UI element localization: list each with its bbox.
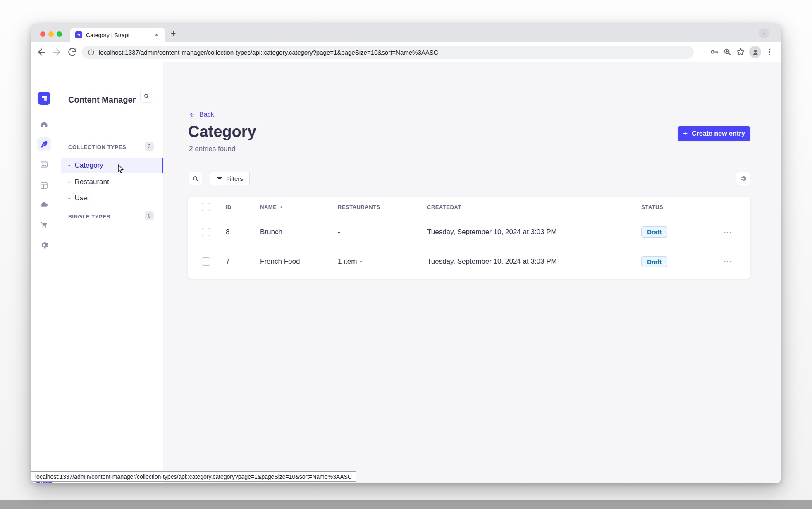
sidebar-title: Content Manager: [68, 95, 136, 105]
column-header-name[interactable]: NAME ▲: [260, 204, 338, 210]
strapi-favicon-icon: [75, 31, 82, 38]
bookmark-star-icon[interactable]: [736, 47, 745, 57]
url-bar[interactable]: localhost:1337/admin/content-manager/col…: [82, 46, 694, 59]
shopping-cart-icon: [40, 221, 48, 229]
cell-name: Brunch: [260, 228, 338, 236]
cell-restaurants-dropdown[interactable]: 1 item ▾: [338, 257, 427, 266]
cell-createdat: Tuesday, September 10, 2024 at 3:03 PM: [427, 257, 641, 266]
column-header-name-label: NAME: [260, 204, 277, 210]
back-icon[interactable]: [36, 47, 47, 58]
select-all-checkbox[interactable]: [202, 203, 210, 211]
entries-count: 2 entries found: [189, 145, 235, 153]
zoom-icon[interactable]: [723, 47, 732, 57]
collection-types-heading: COLLECTION TYPES: [68, 144, 126, 150]
table-search-button[interactable]: [189, 172, 202, 185]
back-arrow-icon: [189, 111, 196, 118]
browser-tab[interactable]: Category | Strapi ✕: [70, 28, 165, 42]
column-header-restaurants[interactable]: RESTAURANTS: [338, 204, 427, 210]
rail-divider: [31, 110, 57, 110]
table-header-row: ID NAME ▲ RESTAURANTS CREATEDAT STATUS: [188, 197, 750, 217]
main-nav-rail: KD: [31, 62, 57, 483]
row-actions-icon[interactable]: ⋯: [724, 230, 733, 234]
browser-menu-dots-icon[interactable]: [765, 47, 774, 57]
view-settings-button[interactable]: [736, 172, 750, 185]
toolbar-right-icons: [709, 42, 781, 62]
layout-icon: [40, 181, 48, 190]
minimize-window-button[interactable]: [48, 31, 54, 37]
status-badge: Draft: [641, 226, 667, 238]
back-label: Back: [199, 111, 214, 118]
table-row[interactable]: 8 Brunch - Tuesday, September 10, 2024 a…: [188, 217, 750, 247]
cell-createdat: Tuesday, September 10, 2024 at 3:03 PM: [427, 228, 641, 236]
page-title: Category: [188, 123, 256, 141]
create-new-entry-button[interactable]: + Create new entry: [678, 126, 750, 141]
entries-table: ID NAME ▲ RESTAURANTS CREATEDAT STATUS 8…: [188, 197, 750, 279]
search-icon: [192, 175, 199, 182]
home-icon: [40, 120, 48, 129]
sidebar-item-restaurant[interactable]: • Restaurant: [61, 174, 163, 190]
gear-icon: [740, 175, 747, 182]
desktop-dock-band: [0, 500, 812, 509]
tab-close-icon[interactable]: ✕: [153, 31, 160, 39]
filters-label: Filters: [226, 175, 243, 182]
media-library-icon: [40, 160, 48, 169]
cell-id: 8: [226, 228, 260, 236]
browser-profile-avatar[interactable]: [749, 46, 761, 58]
cell-id: 7: [226, 257, 260, 266]
tab-search-chevron-icon[interactable]: ⌄: [759, 28, 769, 38]
sidebar-divider: [68, 119, 81, 119]
sidebar-item-label: Restaurant: [75, 178, 109, 186]
close-window-button[interactable]: [40, 31, 45, 37]
gear-icon: [40, 241, 48, 250]
site-info-icon[interactable]: [88, 49, 95, 56]
column-header-status[interactable]: STATUS: [641, 204, 724, 210]
back-link[interactable]: Back: [189, 111, 214, 118]
row-checkbox[interactable]: [202, 257, 210, 266]
browser-tab-strip: Category | Strapi ✕ + ⌄: [31, 24, 781, 42]
search-icon: [143, 93, 150, 99]
tab-title: Category | Strapi: [86, 32, 149, 38]
reload-icon[interactable]: [67, 47, 78, 58]
single-types-count-badge: 0: [145, 211, 154, 220]
plus-icon: +: [683, 129, 688, 138]
main-content: Back Category 2 entries found + Create n…: [163, 62, 781, 483]
nav-marketplace-button[interactable]: [37, 218, 51, 232]
nav-media-library-button[interactable]: [37, 158, 51, 171]
new-tab-button[interactable]: +: [171, 29, 176, 38]
browser-window: Category | Strapi ✕ + ⌄ localhost:1337/a…: [31, 24, 781, 483]
filter-icon: [216, 175, 222, 182]
single-types-heading: SINGLE TYPES: [68, 214, 110, 220]
content-manager-sidebar: Content Manager COLLECTION TYPES 3 • Cat…: [57, 62, 163, 483]
row-actions-icon[interactable]: ⋯: [724, 259, 733, 264]
nav-home-button[interactable]: [37, 118, 51, 131]
chevron-down-icon: ▾: [360, 259, 362, 264]
nav-content-manager-button[interactable]: [37, 137, 51, 151]
row-checkbox[interactable]: [202, 228, 210, 236]
feather-pen-icon: [40, 140, 48, 149]
bullet-icon: •: [68, 163, 70, 169]
nav-settings-button[interactable]: [37, 238, 51, 252]
nav-content-type-builder-button[interactable]: [37, 179, 51, 192]
sidebar-item-category[interactable]: • Category: [61, 158, 163, 173]
nav-deploy-cloud-button[interactable]: [37, 198, 51, 211]
link-status-bar: localhost:1337/admin/content-manager/col…: [31, 471, 356, 482]
mouse-cursor: [118, 164, 125, 174]
cell-name: French Food: [260, 257, 338, 266]
zoom-window-button[interactable]: [57, 31, 62, 37]
forward-icon[interactable]: [51, 47, 62, 58]
table-row[interactable]: 7 French Food 1 item ▾ Tuesday, Septembe…: [188, 247, 750, 276]
password-key-icon[interactable]: [709, 47, 719, 57]
url-text[interactable]: localhost:1337/admin/content-manager/col…: [99, 49, 438, 56]
status-badge: Draft: [641, 256, 667, 267]
create-new-entry-label: Create new entry: [692, 130, 745, 137]
column-header-createdat[interactable]: CREATEDAT: [427, 204, 641, 210]
strapi-logo[interactable]: [38, 92, 50, 105]
sidebar-item-label: Category: [75, 161, 103, 170]
sidebar-search-button[interactable]: [140, 90, 153, 103]
column-header-id[interactable]: ID: [226, 204, 260, 210]
strapi-admin-app: KD Content Manager COLLECTION TYPES 3 • …: [31, 62, 781, 483]
sidebar-item-user[interactable]: • User: [61, 190, 163, 206]
bullet-icon: •: [68, 179, 70, 185]
sort-ascending-icon: ▲: [279, 205, 283, 209]
filters-button[interactable]: Filters: [210, 172, 250, 185]
